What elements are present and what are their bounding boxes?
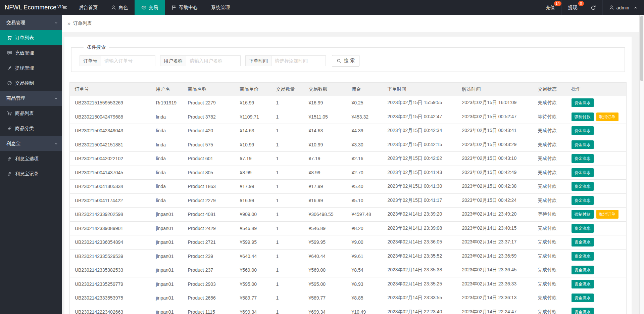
table-cell: Product 2279	[183, 96, 235, 110]
column-header: 商品单价	[235, 83, 271, 96]
table-cell: Product 2429	[183, 221, 235, 235]
scrollbar-thumb[interactable]	[640, 16, 643, 81]
fund-flow-button[interactable]: 资金流水	[572, 126, 594, 135]
recharge-badge: 14	[554, 1, 561, 6]
sidebar-group-product-management[interactable]: 商品管理	[0, 91, 62, 106]
table-cell: 2023年02月14日 22:23:40	[383, 305, 457, 314]
nav-item-system-management[interactable]: 系统管理	[204, 0, 237, 15]
search-button[interactable]: 搜 索	[332, 55, 359, 66]
table-cell: 2023年02月14日 23:40:15	[457, 221, 533, 235]
sidebar-toggle-button[interactable]	[58, 0, 72, 15]
nav-item-roles[interactable]: 角色	[104, 0, 135, 15]
sidebar-item-recharge-management[interactable]: 充值管理	[0, 45, 62, 60]
vertical-scrollbar[interactable]	[639, 15, 644, 314]
table-cell: 2023年02月14日 23:36:45	[457, 263, 533, 277]
fund-flow-button[interactable]: 资金流水	[572, 168, 594, 177]
table-cell: Rr191919	[151, 96, 183, 110]
table-cell: 2023年02月15日 00:41:43	[383, 166, 457, 180]
fund-flow-button[interactable]: 资金流水	[572, 98, 594, 107]
table-cell: UB2302142339202598	[70, 208, 151, 222]
fund-flow-button[interactable]: 资金流水	[572, 308, 594, 314]
column-header: 解冻时间	[457, 83, 533, 96]
nav-item-dashboard-home[interactable]: 后台首页	[72, 0, 104, 15]
table-row: UB2302150042151881lindaProduct 575¥10.99…	[70, 138, 627, 152]
sidebar-item-lixibao-records[interactable]: 利息宝记录	[0, 166, 62, 181]
order-time-input[interactable]	[271, 55, 326, 66]
fund-flow-button[interactable]: 资金流水	[572, 266, 594, 274]
actions-cell: 资金流水	[566, 291, 627, 305]
table-cell: ¥599.95	[304, 235, 347, 250]
actions-cell: 资金流水	[566, 221, 627, 235]
table-cell: linda	[151, 110, 183, 124]
link-icon	[7, 126, 12, 131]
order-no-input[interactable]	[101, 55, 155, 66]
force-pay-button[interactable]: 强制付款	[572, 210, 594, 219]
table-cell: ¥3.30	[347, 138, 383, 152]
table-cell: 完成付款	[533, 305, 566, 314]
sidebar-item-label: 订单列表	[15, 35, 34, 41]
column-header: 交易数额	[304, 83, 347, 96]
fund-flow-button[interactable]: 资金流水	[572, 196, 594, 205]
table-cell: 完成付款	[533, 96, 566, 110]
user-menu[interactable]: admin	[602, 0, 644, 15]
table-cell: ¥640.44	[304, 249, 347, 263]
force-pay-button[interactable]: 强制付款	[572, 113, 594, 121]
nav-item-withdraw[interactable]: 提现 0	[561, 0, 584, 15]
table-row: UB2302151559553269Rr191919Product 2279¥1…	[70, 96, 627, 110]
table-cell: 完成付款	[533, 291, 566, 305]
username-input[interactable]	[186, 55, 241, 66]
table-cell: Product 239	[183, 249, 235, 263]
table-cell: 1	[271, 152, 304, 166]
table-cell: jinpan01	[151, 235, 183, 250]
actions-cell: 资金流水	[566, 138, 627, 152]
sidebar-item-product-categories[interactable]: 商品分类	[0, 121, 62, 136]
sidebar-item-product-list[interactable]: 商品列表	[0, 106, 62, 121]
actions-cell: 资金流水	[566, 235, 627, 250]
nav-item-help-center[interactable]: 帮助中心	[165, 0, 204, 15]
fund-flow-button[interactable]: 资金流水	[572, 280, 594, 288]
table-cell: jinpan01	[151, 305, 183, 314]
fund-flow-button[interactable]: 资金流水	[572, 238, 594, 246]
refresh-button[interactable]	[584, 0, 602, 15]
sidebar-item-label: 利息宝记录	[15, 171, 39, 177]
table-cell: ¥10.99	[304, 138, 347, 152]
fund-flow-button[interactable]: 资金流水	[572, 182, 594, 191]
sidebar-item-transaction-control[interactable]: 交易控制	[0, 76, 62, 91]
sidebar-item-order-list[interactable]: 订单列表	[0, 30, 62, 45]
search-field-order-no: 订单号	[80, 55, 155, 66]
cancel-order-button[interactable]: 取消订单	[596, 210, 618, 219]
fund-flow-button[interactable]: 资金流水	[572, 154, 594, 163]
search-icon	[337, 58, 342, 63]
nav-item-recharge[interactable]: 充值 14	[539, 0, 561, 15]
fund-flow-button[interactable]: 资金流水	[572, 252, 594, 261]
table-cell: 2023年02月14日 23:35:52	[383, 249, 457, 263]
table-cell: ¥16.99	[304, 96, 347, 110]
table-cell: ¥1511.05	[304, 110, 347, 124]
table-cell: UB2302142339089901	[70, 221, 151, 235]
sidebar-group-transaction-management[interactable]: 交易管理	[0, 15, 62, 30]
sidebar-group-lixibao[interactable]: 利息宝	[0, 136, 62, 151]
fund-flow-button[interactable]: 资金流水	[572, 294, 594, 302]
column-header: 交易数量	[271, 83, 304, 96]
nav-item-transactions[interactable]: 交易	[135, 0, 165, 15]
brand-logo: NFWL Ecommerce V10	[0, 0, 58, 15]
table-cell: ¥7.19	[235, 152, 271, 166]
sidebar-item-withdraw-management[interactable]: 提现管理	[0, 60, 62, 76]
table-cell: ¥8.99	[304, 166, 347, 180]
nav-item-label: 帮助中心	[179, 5, 198, 11]
table-cell: ¥17.99	[235, 180, 271, 194]
table-cell: UB2302151559553269	[70, 96, 151, 110]
table-cell: ¥595.00	[235, 277, 271, 291]
table-cell: 1	[271, 208, 304, 222]
table-cell: ¥699.34	[304, 305, 347, 314]
fund-flow-button[interactable]: 资金流水	[572, 140, 594, 149]
fund-flow-button[interactable]: 资金流水	[572, 224, 594, 233]
cancel-order-button[interactable]: 取消订单	[596, 113, 618, 121]
withdraw-label: 提现	[568, 5, 578, 11]
table-row: UB2302150041437045lindaProduct 805¥8.991…	[70, 166, 627, 180]
main-area: » 订单列表 条件搜索 订单号用户名称下单时间搜 索 订单号用户名商品名称商品单…	[62, 0, 644, 314]
table-cell: 2023年02月15日 00:43:10	[457, 152, 533, 166]
table-cell: ¥8.85	[347, 291, 383, 305]
table-cell: Product 2903	[183, 277, 235, 291]
sidebar-item-lixibao-options[interactable]: 利息宝选项	[0, 151, 62, 166]
